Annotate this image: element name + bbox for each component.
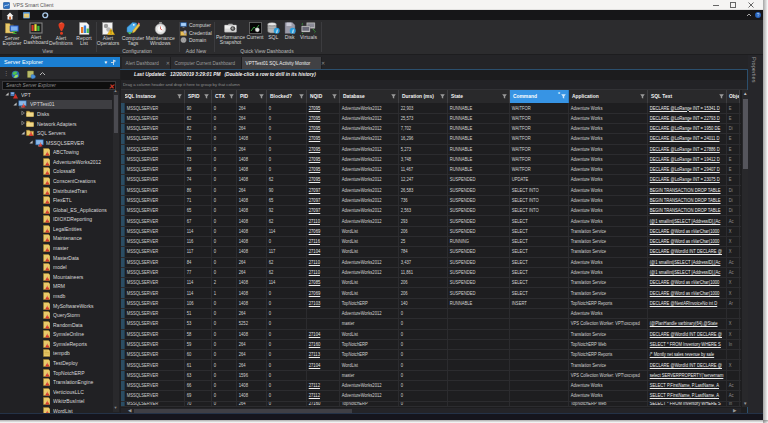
svg-text:!: ! xyxy=(47,334,48,338)
svg-text:!: ! xyxy=(47,382,48,386)
svg-text:!: ! xyxy=(47,210,48,214)
svg-text:!: ! xyxy=(47,162,48,166)
svg-text:!: ! xyxy=(47,152,48,156)
svg-text:!: ! xyxy=(47,315,48,319)
svg-text:!: ! xyxy=(47,344,48,348)
svg-text:!: ! xyxy=(47,191,48,195)
svg-text:!: ! xyxy=(31,133,32,137)
svg-text:!: ! xyxy=(47,296,48,300)
svg-text:!: ! xyxy=(47,220,48,224)
svg-text:!: ! xyxy=(47,172,48,176)
svg-text:!: ! xyxy=(47,287,48,291)
svg-text:!: ! xyxy=(47,306,48,310)
svg-text:!: ! xyxy=(110,29,112,35)
svg-text:!: ! xyxy=(47,373,48,377)
svg-text:!: ! xyxy=(40,143,41,147)
svg-text:!: ! xyxy=(47,402,48,406)
svg-text:!: ! xyxy=(47,277,48,281)
svg-text:!: ! xyxy=(47,392,48,396)
svg-text:!: ! xyxy=(47,325,48,329)
svg-text:!: ! xyxy=(47,181,48,185)
svg-text:!: ! xyxy=(47,363,48,367)
svg-text:!: ! xyxy=(47,200,48,204)
svg-text:!: ! xyxy=(47,267,48,271)
svg-text:!: ! xyxy=(23,104,24,108)
svg-text:!: ! xyxy=(47,239,48,243)
svg-text:!: ! xyxy=(47,258,48,262)
svg-text:!: ! xyxy=(47,229,48,233)
svg-text:!: ! xyxy=(47,248,48,252)
